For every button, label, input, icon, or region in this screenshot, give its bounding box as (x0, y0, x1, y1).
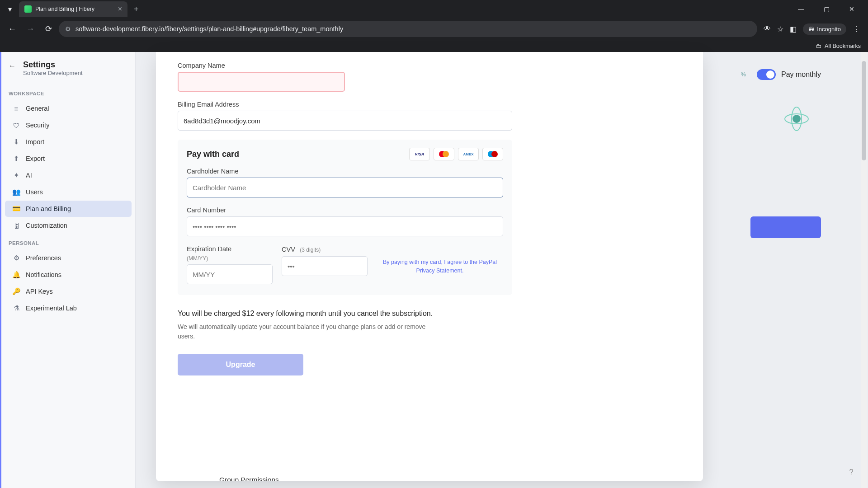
sidebar-title: Settings (23, 60, 83, 70)
tab-title: Plan and Billing | Fibery (35, 6, 94, 12)
pay-monthly-toggle-row: Pay monthly (757, 69, 821, 80)
billing-email-field: Billing Email Address (178, 101, 681, 131)
sidebar-item-label: Users (26, 188, 43, 196)
cvv-input[interactable] (282, 256, 368, 276)
incognito-badge[interactable]: 🕶 Incognito (803, 23, 846, 35)
cvv-field: CVV (3 digits) (282, 245, 368, 276)
expiration-field: Expiration Date (MM/YY) (187, 245, 273, 284)
cvv-sublabel: (3 digits) (300, 247, 321, 253)
sidebar-subtitle: Software Development (23, 70, 83, 76)
sidebar-item-ai[interactable]: ✦AI (5, 167, 132, 183)
section-personal: PERSONAL (1, 234, 135, 249)
exp-cvv-row: Expiration Date (MM/YY) CVV (3 digits) B… (187, 245, 503, 284)
charge-summary-text: You will be charged $12 every following … (178, 310, 681, 318)
billing-email-label: Billing Email Address (178, 101, 681, 108)
kebab-menu-icon[interactable]: ⋮ (853, 25, 860, 33)
expiration-label: Expiration Date (187, 245, 273, 253)
sidebar-item-preferences[interactable]: ⚙Preferences (5, 250, 132, 266)
sidebar-back-button[interactable]: ← (9, 62, 19, 72)
svg-point-6 (491, 151, 498, 157)
sidebar-item-label: Customization (26, 222, 67, 229)
key-icon: 🔑 (12, 287, 20, 296)
paypal-agreement-text[interactable]: By paying with my card, I agree to the P… (377, 245, 503, 275)
cardholder-name-input[interactable] (187, 178, 503, 197)
tab-search-dropdown[interactable]: ▾ (4, 3, 16, 15)
palette-icon: 🎛 (12, 221, 20, 230)
sidebar-header: ← Settings Software Development (1, 60, 135, 84)
sidebar-item-experimental[interactable]: ⚗Experimental Lab (5, 300, 132, 316)
pay-monthly-toggle[interactable] (757, 69, 776, 80)
pay-with-card-section: Pay with card VISA AMEX Cardholder Name (178, 140, 512, 295)
shield-icon: 🛡 (12, 121, 20, 129)
gear-icon: ⚙ (12, 254, 20, 262)
cardholder-name-label: Cardholder Name (187, 168, 503, 175)
vertical-scrollbar[interactable] (861, 52, 867, 488)
tracking-icon[interactable]: 👁 (764, 25, 771, 33)
sidebar-item-general[interactable]: ≡General (5, 100, 132, 117)
sparkle-icon: ✦ (12, 171, 20, 179)
mastercard-logo-icon (434, 148, 454, 160)
company-name-label: Company Name (178, 62, 681, 69)
upgrade-button[interactable]: Upgrade (178, 354, 303, 375)
app-viewport: ← Settings Software Development WORKSPAC… (0, 52, 868, 488)
users-icon: 👥 (12, 188, 20, 196)
sidebar-item-label: Experimental Lab (26, 305, 77, 312)
sidebar-item-users[interactable]: 👥Users (5, 184, 132, 200)
side-panel-icon[interactable]: ◧ (790, 25, 797, 33)
sidebar-item-plan-billing[interactable]: 💳Plan and Billing (5, 201, 132, 217)
sidebar-item-import[interactable]: ⬇Import (5, 134, 132, 150)
sidebar-item-label: Preferences (26, 254, 61, 262)
toolbar-right: 👁 ☆ ◧ 🕶 Incognito ⋮ (760, 23, 863, 35)
import-icon: ⬇ (12, 138, 20, 146)
address-bar: ← → ⟳ ⚙ software-development.fibery.io/f… (0, 18, 868, 40)
back-button[interactable]: ← (5, 21, 20, 37)
bookmarks-bar: 🗀 All Bookmarks (0, 40, 868, 52)
folder-icon: 🗀 (816, 43, 822, 49)
bookmark-star-icon[interactable]: ☆ (777, 25, 783, 33)
url-bar[interactable]: ⚙ software-development.fibery.io/fibery/… (59, 21, 757, 37)
auto-update-text: We will automatically update your accoun… (178, 322, 435, 341)
all-bookmarks-folder[interactable]: 🗀 All Bookmarks (816, 43, 861, 49)
close-window-button[interactable]: ✕ (843, 5, 861, 13)
incognito-icon: 🕶 (808, 26, 814, 33)
plan-action-button-peek[interactable] (750, 216, 821, 238)
browser-chrome: ▾ Plan and Billing | Fibery × + — ▢ ✕ ← … (0, 0, 868, 52)
cvv-label: CVV (282, 246, 295, 253)
new-tab-button[interactable]: + (127, 5, 145, 14)
sidebar-item-customization[interactable]: 🎛Customization (5, 217, 132, 234)
sidebar-item-export[interactable]: ⬆Export (5, 150, 132, 167)
card-icon: 💳 (12, 205, 20, 213)
sidebar-item-notifications[interactable]: 🔔Notifications (5, 267, 132, 283)
maximize-button[interactable]: ▢ (817, 5, 835, 13)
all-bookmarks-label: All Bookmarks (825, 43, 861, 49)
card-number-field: Card Number (187, 206, 503, 236)
svg-point-2 (793, 115, 801, 123)
atom-icon (784, 106, 809, 131)
visa-logo-icon: VISA (409, 148, 430, 160)
minimize-button[interactable]: — (792, 5, 810, 13)
reload-button[interactable]: ⟳ (41, 21, 56, 37)
card-number-input[interactable] (187, 216, 503, 236)
browser-tab[interactable]: Plan and Billing | Fibery × (19, 1, 127, 17)
company-name-field: Company Name (178, 62, 681, 92)
expiration-input[interactable] (187, 264, 273, 284)
tab-bar: ▾ Plan and Billing | Fibery × + — ▢ ✕ (0, 0, 868, 18)
site-info-icon[interactable]: ⚙ (65, 25, 71, 33)
sidebar-item-label: Export (26, 155, 45, 162)
cardholder-name-field: Cardholder Name (187, 168, 503, 197)
sidebar-item-security[interactable]: 🛡Security (5, 117, 132, 133)
forward-button[interactable]: → (23, 21, 38, 37)
close-tab-icon[interactable]: × (118, 5, 122, 13)
sidebar-item-label: Plan and Billing (26, 205, 71, 212)
sidebar-item-label: Notifications (26, 271, 61, 278)
flask-icon: ⚗ (12, 304, 20, 312)
scrollbar-thumb[interactable] (862, 61, 866, 160)
billing-email-input[interactable] (178, 111, 512, 131)
company-name-input[interactable] (178, 72, 345, 92)
amex-logo-icon: AMEX (458, 148, 479, 160)
help-button[interactable]: ? (846, 468, 856, 478)
sidebar-item-label: API Keys (26, 288, 53, 295)
sidebar-item-api-keys[interactable]: 🔑API Keys (5, 283, 132, 300)
sliders-icon: ≡ (12, 104, 20, 113)
discount-percent-peek: % (741, 71, 746, 78)
